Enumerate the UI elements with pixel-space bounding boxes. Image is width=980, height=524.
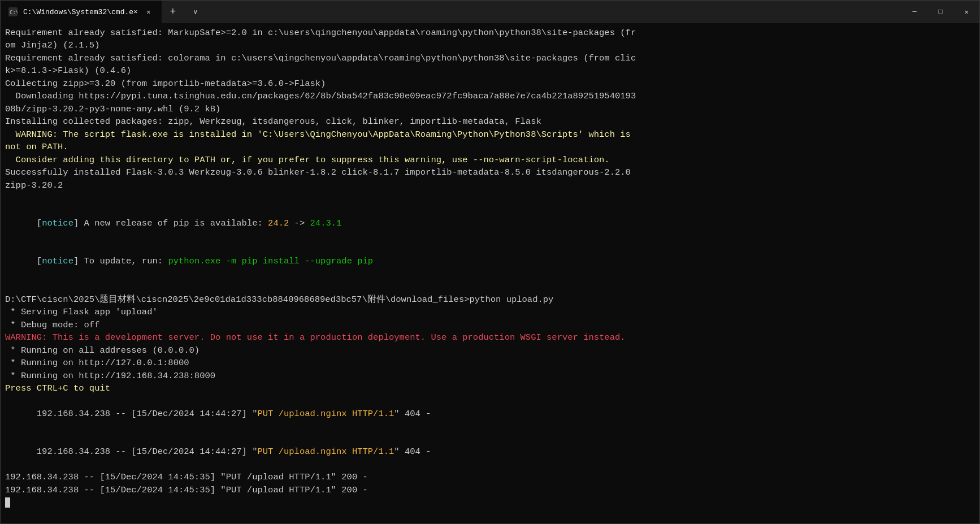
window-controls: ─ □ ✕ [901,1,979,23]
tab-dropdown-button[interactable]: ∨ [184,1,207,23]
list-item: 192.168.34.238 -- [15/Dec/2024 14:45:35]… [5,471,975,483]
list-item: Collecting zipp>=3.20 (from importlib-me… [5,77,975,90]
list-item: Successfully installed Flask-3.0.3 Werkz… [5,166,975,179]
svg-text:C:\: C:\ [10,10,18,15]
list-item: WARNING: The script flask.exe is install… [5,128,975,141]
terminal-window: C:\ C:\Windows\System32\cmd.e× ✕ + ∨ ─ □… [0,0,980,524]
tab-title: C:\Windows\System32\cmd.e× [23,8,138,16]
list-item: not on PATH. [5,141,975,153]
list-item: Downloading https://pypi.tuna.tsinghua.e… [5,90,975,102]
new-tab-button[interactable]: + [162,1,184,23]
list-item: [notice] A new release of pip is availab… [5,205,975,242]
list-item: k>=8.1.3->Flask) (0.4.6) [5,64,975,77]
list-item: * Serving Flask app 'upload' [5,306,975,318]
list-item: Press CTRL+C to quit [5,382,975,395]
list-item [5,280,975,293]
list-item: Requirement already satisfied: MarkupSaf… [5,27,975,39]
list-item: zipp-3.20.2 [5,179,975,192]
list-item: 192.168.34.238 -- [15/Dec/2024 14:45:35]… [5,484,975,496]
list-item: * Running on http://192.168.34.238:8000 [5,370,975,382]
list-item: Requirement already satisfied: colorama … [5,52,975,64]
list-item: * Running on http://127.0.0.1:8000 [5,357,975,369]
list-item: Installing collected packages: zipp, Wer… [5,115,975,128]
minimize-button[interactable]: ─ [901,1,927,23]
active-tab[interactable]: C:\ C:\Windows\System32\cmd.e× ✕ [1,1,162,23]
titlebar: C:\ C:\Windows\System32\cmd.e× ✕ + ∨ ─ □… [1,1,979,23]
maximize-button[interactable]: □ [927,1,953,23]
list-item: Consider adding this directory to PATH o… [5,154,975,166]
tab-list: C:\ C:\Windows\System32\cmd.e× ✕ + ∨ [1,1,207,23]
list-item: * Debug mode: off [5,319,975,331]
list-item: WARNING: This is a development server. D… [5,331,975,344]
close-button[interactable]: ✕ [953,1,979,23]
list-item [5,192,975,204]
terminal-output: Requirement already satisfied: MarkupSaf… [1,23,979,523]
tab-close-button[interactable]: ✕ [144,7,154,17]
list-item: 192.168.34.238 -- [15/Dec/2024 14:44:27]… [5,433,975,471]
list-item: 08b/zipp-3.20.2-py3-none-any.whl (9.2 kB… [5,103,975,115]
cursor-line [5,496,975,509]
list-item: D:\CTF\ciscn\2025\题目材料\ciscn2025\2e9c01d… [5,293,975,306]
cmd-icon: C:\ [8,7,18,16]
list-item: * Running on all addresses (0.0.0.0) [5,344,975,357]
list-item: om Jinja2) (2.1.5) [5,39,975,51]
list-item: [notice] To update, run: python.exe -m p… [5,242,975,280]
cursor [5,497,10,508]
list-item: 192.168.34.238 -- [15/Dec/2024 14:44:27]… [5,395,975,433]
